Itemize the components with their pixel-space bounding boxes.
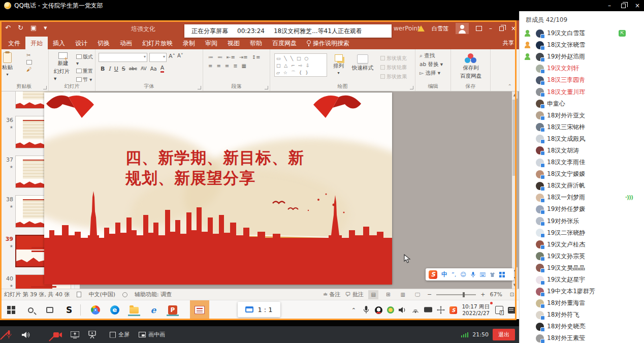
paste-button[interactable]: 粘贴▾: [0, 51, 15, 78]
ribbon-options-icon[interactable]: [476, 26, 482, 31]
ribbon-tab[interactable]: 视图: [222, 37, 245, 49]
whiteboard-icon[interactable]: [83, 331, 101, 338]
member-row[interactable]: 18汉一刘梦雨 ·))): [520, 192, 644, 203]
change-case-button[interactable]: Aa: [150, 66, 157, 72]
member-row[interactable]: 19汉文卢桂杰: [520, 239, 644, 251]
replace-button[interactable]: ab 替换 ▾: [420, 61, 450, 68]
restore-icon[interactable]: [621, 4, 626, 8]
columns-icon[interactable]: ▦: [242, 63, 246, 69]
char-spacing-button[interactable]: AV: [141, 66, 147, 71]
ribbon-tab[interactable]: 切换: [92, 37, 115, 49]
cut-icon[interactable]: ✂: [26, 52, 33, 58]
ie-icon[interactable]: e: [147, 304, 159, 316]
share-button[interactable]: 共享: [503, 39, 514, 47]
member-row[interactable]: 19对外任梦媛: [520, 203, 644, 215]
member-row[interactable]: 18汉文胡涛: [520, 145, 644, 157]
slide-canvas[interactable]: 四、新学期、新目标、新 规划、新展望分享: [44, 92, 392, 285]
reset-button[interactable]: 重置: [76, 68, 95, 75]
canvas-scrollbar[interactable]: ▲ ⏶ ⏷ ▼: [512, 91, 517, 289]
slideshow-icon[interactable]: 🖵: [412, 290, 423, 299]
powerpoint-icon[interactable]: P: [167, 304, 179, 316]
member-row[interactable]: 18汉三李园青: [520, 74, 644, 86]
member-row[interactable]: 19对外张乐: [520, 215, 644, 227]
screen-share-icon[interactable]: [66, 331, 83, 338]
member-row[interactable]: 18汉文成殿风: [520, 133, 644, 145]
member-row[interactable]: 18汉文董川珲: [520, 86, 644, 98]
security-tray-icon[interactable]: [387, 306, 394, 314]
toolbox-icon[interactable]: [499, 272, 505, 277]
s-app-icon[interactable]: S: [63, 304, 75, 316]
zoom-in-icon[interactable]: +: [480, 291, 485, 298]
dialog-launcher[interactable]: [198, 86, 201, 89]
file-explorer-icon[interactable]: [128, 304, 140, 316]
network-tray-icon[interactable]: [411, 306, 420, 314]
task-view-icon[interactable]: [44, 304, 56, 316]
member-row[interactable]: 19汉文赵星宇: [520, 274, 644, 286]
font-size-combo[interactable]: [149, 53, 167, 62]
ribbon-tab[interactable]: 插入: [48, 37, 70, 49]
shape-outline-button[interactable]: 形状轮廓: [380, 64, 407, 71]
slide-sorter-icon[interactable]: ⊞: [383, 290, 393, 299]
zoom-out-icon[interactable]: −: [427, 291, 432, 298]
minimize-icon[interactable]: –: [606, 2, 613, 9]
member-row[interactable]: 18对外史晓亮: [520, 321, 644, 332]
align-left-icon[interactable]: ≡: [208, 63, 212, 69]
spellcheck-icon[interactable]: [77, 292, 81, 297]
qq-tray-icon[interactable]: [375, 306, 382, 314]
member-row[interactable]: 18汉文张晓雪: [520, 39, 644, 51]
sogou-tray-icon[interactable]: S: [449, 306, 457, 314]
search-icon[interactable]: [24, 304, 37, 316]
ribbon-tab[interactable]: 动画: [115, 37, 137, 49]
copy-icon[interactable]: [26, 60, 32, 65]
strikethrough-abc-button[interactable]: abc: [129, 66, 137, 71]
account-avatar[interactable]: [456, 23, 469, 34]
member-row[interactable]: 19汉文白雪莲 ⇱: [520, 27, 644, 39]
zoom-slider[interactable]: [436, 294, 476, 295]
layout-button[interactable]: 版式 ▾: [76, 53, 95, 66]
fullscreen-button[interactable]: 全屏: [110, 331, 130, 338]
shape-effects-button[interactable]: 形状效果: [380, 73, 407, 80]
keyboard-icon[interactable]: [480, 272, 486, 277]
member-row[interactable]: 18对外董海雷: [520, 297, 644, 309]
member-row[interactable]: 19汉二张晓静: [520, 227, 644, 239]
customize-qat-icon[interactable]: ▾: [44, 24, 47, 32]
scroll-down-icon[interactable]: ▼: [512, 282, 518, 289]
camera-off-icon[interactable]: [49, 332, 66, 338]
ribbon-tab[interactable]: 文件: [3, 37, 25, 49]
align-center-icon[interactable]: ≡: [216, 63, 220, 69]
move-tray-icon[interactable]: [437, 306, 445, 314]
strike-button[interactable]: S: [122, 66, 125, 72]
ribbon-tab[interactable]: 设计: [70, 37, 92, 49]
speaker-icon[interactable]: [17, 331, 35, 338]
language-status[interactable]: 中文(中国): [88, 291, 115, 298]
shrink-font-icon[interactable]: A˅: [177, 53, 183, 62]
quick-styles-button[interactable]: 快速样式: [350, 51, 375, 73]
arrange-button[interactable]: 排列▾: [331, 51, 346, 76]
hidden-icons-chevron[interactable]: ⌃: [349, 306, 358, 314]
ppt-restore-icon[interactable]: [499, 26, 504, 31]
reading-view-icon[interactable]: ▥: [398, 290, 408, 299]
sogou-logo-icon[interactable]: S: [429, 270, 437, 279]
ribbon-tab[interactable]: 操作说明搜索: [302, 37, 355, 49]
indent-increase-icon[interactable]: ⇥≡: [239, 54, 248, 60]
collapse-ribbon-icon[interactable]: ⌃: [508, 83, 512, 89]
notes-button[interactable]: ≐ 备注: [323, 291, 341, 298]
zoom-level[interactable]: 67%: [490, 291, 502, 298]
share-banner[interactable]: 正在分享屏幕 00:23:24 18汉文柯雅芝...等41人正在观看: [184, 24, 392, 38]
slide-title[interactable]: 四、新学期、新目标、新 规划、新展望分享: [125, 147, 329, 188]
taskbar-clock[interactable]: 10:17 周日2022/2/27: [462, 303, 491, 317]
ribbon-tab[interactable]: 百度网盘: [267, 37, 302, 49]
font-name-combo[interactable]: [99, 53, 147, 62]
start-button[interactable]: [5, 304, 17, 316]
comments-button[interactable]: 🗩 批注: [345, 291, 364, 298]
member-row[interactable]: 18对外王素莹: [520, 332, 644, 343]
speaker-tray-icon[interactable]: [399, 306, 407, 314]
member-row[interactable]: 19汉文孙宗英: [520, 251, 644, 262]
skin-icon[interactable]: [490, 272, 495, 277]
underline-button[interactable]: U: [114, 66, 118, 72]
ppt-close-icon[interactable]: ×: [511, 25, 516, 32]
indent-decrease-icon[interactable]: ⇤≡: [227, 54, 235, 60]
redo-icon[interactable]: ↻: [18, 24, 23, 32]
ribbon-tab[interactable]: 审阅: [200, 37, 222, 49]
italic-button[interactable]: I: [108, 66, 110, 72]
